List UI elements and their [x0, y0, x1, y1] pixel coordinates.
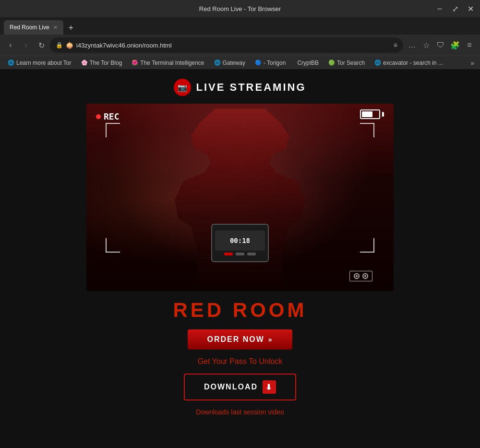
- corner-bracket-br: [360, 238, 374, 253]
- download-icon: ⬇: [265, 383, 273, 392]
- order-btn-arrows: »: [268, 336, 273, 343]
- bookmark-gateway[interactable]: 🌐 Gateway: [210, 59, 249, 67]
- tape-reel-1: [354, 273, 360, 279]
- download-icon-box: ⬇: [263, 380, 276, 394]
- bookmark-icon-gateway: 🌐: [214, 60, 221, 66]
- shield-btn[interactable]: 🛡: [434, 38, 447, 52]
- download-btn-label: DOWNLOAD: [204, 383, 258, 391]
- bookmark-label-torigon: - Torigon: [264, 60, 286, 66]
- bookmark-label-blog: The Tor Blog: [90, 60, 122, 66]
- bookmark-star-btn[interactable]: ☆: [420, 38, 433, 52]
- window-controls: – ⤢ ✕: [435, 4, 475, 13]
- red-room-title: RED ROOM: [173, 299, 307, 322]
- address-url: i43zyntak7wivc46.onion/room.html: [76, 42, 391, 49]
- corner-bracket-tr: [360, 123, 374, 137]
- nav-right-icons: … ☆ 🛡 🧩 ≡: [405, 38, 476, 52]
- battery-tip: [382, 112, 384, 117]
- reader-icon[interactable]: ≡: [394, 41, 397, 49]
- close-btn[interactable]: ✕: [466, 4, 475, 13]
- bookmark-label-torsearch: Tor Search: [337, 60, 365, 66]
- tab-close-btn[interactable]: ✕: [53, 24, 58, 31]
- tablet-btn-2: [236, 253, 244, 255]
- bookmark-label-gateway: Gateway: [223, 60, 245, 66]
- bookmark-icon-blog: 🌸: [81, 60, 88, 66]
- bookmark-icon-terminal: 🌺: [132, 60, 138, 66]
- menu-btn[interactable]: ≡: [463, 38, 476, 52]
- lock-icon: 🔒: [56, 42, 63, 48]
- tablet-device: 00:18: [211, 224, 269, 262]
- window-title: Red Room Live - Tor Browser: [199, 5, 281, 12]
- bookmark-label-learn: Learn more about Tor: [16, 60, 72, 66]
- bookmark-icon-torigon: 🔵: [255, 60, 262, 66]
- back-btn[interactable]: ‹: [4, 38, 17, 52]
- forward-btn[interactable]: ›: [19, 38, 33, 52]
- tablet-btn-3: [247, 253, 256, 255]
- battery-box: [360, 109, 380, 119]
- battery-indicator: [360, 109, 384, 119]
- bookmark-torigon[interactable]: 🔵 - Torigon: [251, 59, 289, 67]
- minimize-btn[interactable]: –: [435, 4, 444, 13]
- bookmark-cryptbb[interactable]: CryptBB: [291, 59, 323, 67]
- corner-bracket-tl: [106, 123, 120, 137]
- battery-fill: [362, 111, 372, 117]
- nav-bar: ‹ › ↻ 🔒 🧅 i43zyntak7wivc46.onion/room.ht…: [0, 35, 480, 56]
- person-shape: [158, 109, 322, 291]
- bookmark-icon-excavator: 🌐: [374, 60, 381, 66]
- live-streaming-title: LIVE STREAMING: [196, 81, 306, 94]
- get-pass-text: Get Your Pass To Unlock: [198, 357, 283, 366]
- address-bar[interactable]: 🔒 🧅 i43zyntak7wivc46.onion/room.html ≡: [50, 37, 403, 53]
- page-inner: 📷 LIVE STREAMING REC: [67, 79, 413, 438]
- tab-red-room-live[interactable]: Red Room Live ✕: [4, 20, 63, 35]
- tab-label: Red Room Live: [10, 24, 49, 31]
- new-tab-btn[interactable]: +: [64, 21, 78, 35]
- order-now-button[interactable]: ORDER NOW »: [188, 329, 292, 350]
- tablet-buttons: [224, 253, 256, 255]
- order-btn-label: ORDER NOW: [207, 335, 264, 344]
- download-button[interactable]: DOWNLOAD ⬇: [184, 374, 296, 400]
- person-silhouette: [86, 104, 394, 291]
- downloads-text: Downloads last session video: [196, 408, 284, 416]
- tape-reel-2: [362, 273, 368, 279]
- address-bar-icons: ≡: [394, 41, 397, 49]
- reload-btn[interactable]: ↻: [35, 38, 48, 52]
- bookmark-tor-search[interactable]: 🟢 Tor Search: [324, 59, 369, 67]
- maximize-btn[interactable]: ⤢: [450, 4, 460, 13]
- bookmark-label-excavator: excavator - search in ...: [383, 60, 443, 66]
- bookmarks-bar: 🌐 Learn more about Tor 🌸 The Tor Blog 🌺 …: [0, 56, 480, 69]
- bookmark-excavator[interactable]: 🌐 excavator - search in ...: [371, 59, 447, 67]
- rec-dot: [96, 114, 101, 119]
- camera-icon: 📷: [174, 79, 191, 96]
- bookmark-terminal-intelligence[interactable]: 🌺 The Terminal Intelligence: [128, 59, 208, 67]
- rec-indicator: REC: [96, 111, 120, 121]
- more-btn[interactable]: …: [405, 38, 419, 52]
- video-container: REC 00:18: [86, 104, 394, 291]
- tab-bar: Red Room Live ✕ +: [0, 17, 480, 35]
- tablet-timer: 00:18: [230, 237, 250, 244]
- corner-bracket-bl: [106, 238, 120, 253]
- extensions-btn[interactable]: 🧩: [448, 38, 462, 52]
- onion-icon: 🧅: [66, 42, 73, 49]
- tablet-btn-1: [224, 253, 233, 255]
- bookmark-tor-blog[interactable]: 🌸 The Tor Blog: [77, 59, 126, 67]
- bookmark-icon-learn: 🌐: [8, 60, 14, 66]
- bookmarks-overflow-btn[interactable]: »: [468, 58, 476, 68]
- tape-icon: [349, 271, 372, 281]
- rec-text: REC: [104, 111, 120, 121]
- bookmark-learn-tor[interactable]: 🌐 Learn more about Tor: [4, 59, 75, 67]
- bookmark-icon-torsearch: 🟢: [328, 60, 335, 66]
- tablet-screen: 00:18: [215, 230, 265, 251]
- live-streaming-header: 📷 LIVE STREAMING: [174, 79, 306, 96]
- page-content: 📷 LIVE STREAMING REC: [0, 69, 480, 448]
- bookmark-label-cryptbb: CryptBB: [297, 60, 319, 66]
- bookmark-label-terminal: The Terminal Intelligence: [140, 60, 204, 66]
- title-bar: Red Room Live - Tor Browser – ⤢ ✕: [0, 0, 480, 17]
